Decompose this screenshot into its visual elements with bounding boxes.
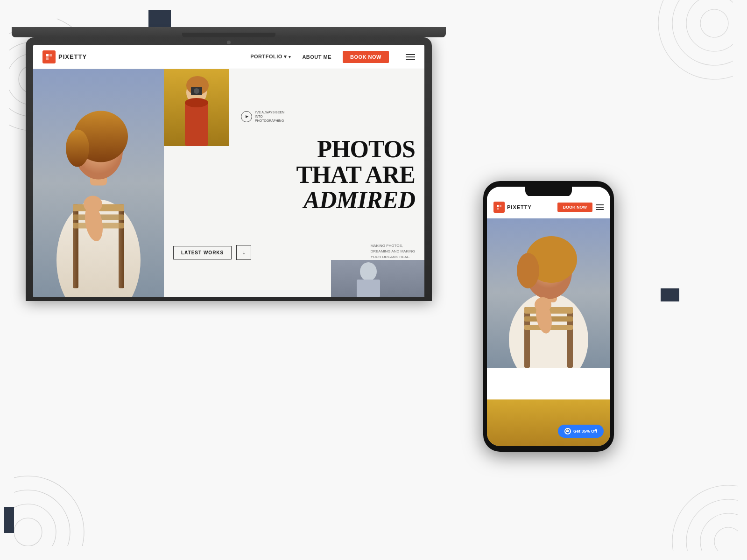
svg-point-7 <box>672 0 733 65</box>
hero-cta: LATEST WORKS ↓ <box>173 245 251 260</box>
svg-rect-19 <box>46 57 49 60</box>
laptop-frame: PIXETTY PORTFOLIO ▾ ABOUT ME BOOK NOW <box>26 37 432 301</box>
scroll-down-button[interactable]: ↓ <box>236 245 251 260</box>
svg-point-15 <box>686 499 738 551</box>
svg-rect-17 <box>46 54 49 56</box>
hero-right-panel: I'VE ALWAYS BEEN INTO PHOTOGRAPHING PHOT… <box>164 69 424 297</box>
phone-logo-text: PIXETTY <box>507 204 532 210</box>
laptop-screen: PIXETTY PORTFOLIO ▾ ABOUT ME BOOK NOW <box>33 45 424 297</box>
phone-frame: PIXETTY BOOK NOW <box>483 181 614 452</box>
hero-play-section: I'VE ALWAYS BEEN INTO PHOTOGRAPHING <box>241 110 292 123</box>
svg-point-12 <box>14 476 84 546</box>
svg-point-25 <box>66 130 89 167</box>
hero-headline: PHOTOS THAT ARE ADMIRED <box>164 137 424 213</box>
phone-screen: PIXETTY BOOK NOW <box>487 187 610 446</box>
offer-text: Get 35% Off <box>573 429 597 434</box>
site-logo: PIXETTY <box>42 50 87 63</box>
svg-rect-52 <box>524 307 530 368</box>
phone-hamburger-icon[interactable] <box>596 204 604 210</box>
svg-rect-44 <box>500 205 501 207</box>
logo-icon <box>42 50 56 63</box>
offer-icon: 💬 <box>564 428 571 434</box>
svg-rect-59 <box>487 399 610 446</box>
hero-bottom-photo <box>331 260 424 297</box>
play-button[interactable] <box>241 111 252 122</box>
nav-links: PORTFOLIO ▾ ABOUT ME BOOK NOW <box>250 51 415 63</box>
svg-point-14 <box>700 513 738 551</box>
svg-point-41 <box>360 262 377 281</box>
svg-point-16 <box>672 485 738 551</box>
subtext-line2: DREAMING AND MAKING <box>370 249 415 254</box>
svg-point-8 <box>658 0 733 79</box>
laptop-webcam <box>227 41 231 44</box>
svg-point-39 <box>194 88 199 94</box>
deco-square-top <box>148 10 171 29</box>
hero-secondary-photo <box>164 69 229 146</box>
phone-logo-icon <box>493 202 505 213</box>
svg-rect-42 <box>357 280 380 297</box>
svg-point-6 <box>686 0 733 51</box>
svg-point-5 <box>700 9 728 37</box>
svg-rect-53 <box>567 307 573 368</box>
svg-point-10 <box>14 504 56 546</box>
svg-point-11 <box>14 490 70 546</box>
phone-navigation: PIXETTY BOOK NOW <box>487 196 610 218</box>
svg-rect-43 <box>497 205 499 207</box>
deco-square-left <box>4 507 14 533</box>
book-now-button[interactable]: BOOK NOW <box>343 51 389 63</box>
hero-main-photo <box>33 69 164 297</box>
svg-point-13 <box>714 527 738 551</box>
laptop-base <box>12 27 446 37</box>
logo-text: PIXETTY <box>58 53 87 60</box>
site-navigation: PIXETTY PORTFOLIO ▾ ABOUT ME BOOK NOW <box>33 45 424 69</box>
svg-rect-45 <box>497 208 499 210</box>
svg-rect-18 <box>49 54 52 56</box>
hamburger-menu-icon[interactable] <box>406 54 415 60</box>
latest-works-button[interactable]: LATEST WORKS <box>173 246 232 259</box>
deco-circles-bottom-right <box>644 457 738 551</box>
svg-point-51 <box>517 253 539 288</box>
deco-circles-bottom-left <box>14 439 121 546</box>
deco-circles-top-right <box>602 0 733 131</box>
svg-point-32 <box>84 196 102 213</box>
phone-book-button[interactable]: BOOK NOW <box>557 203 593 212</box>
offer-badge[interactable]: 💬 Get 35% Off <box>558 425 604 438</box>
phone-bottom-photo <box>487 399 610 446</box>
phone-notch <box>525 187 572 197</box>
svg-point-37 <box>185 98 208 107</box>
nav-about[interactable]: ABOUT ME <box>302 54 331 60</box>
subtext-line3: YOUR DREAMS REAL. <box>370 254 415 260</box>
subtext-line1: MAKING PHOTOS, <box>370 243 415 249</box>
svg-point-58 <box>535 297 551 312</box>
deco-square-mid-right <box>661 288 679 301</box>
headline-text: PHOTOS THAT ARE ADMIRED <box>173 137 415 213</box>
hero-subtext: MAKING PHOTOS, DREAMING AND MAKING YOUR … <box>370 243 415 260</box>
hero-section: I'VE ALWAYS BEEN INTO PHOTOGRAPHING PHOT… <box>33 69 424 297</box>
nav-portfolio[interactable]: PORTFOLIO ▾ <box>250 54 291 60</box>
svg-point-9 <box>14 518 42 546</box>
play-text: I'VE ALWAYS BEEN INTO PHOTOGRAPHING <box>255 110 292 123</box>
phone-hero-photo <box>487 218 610 368</box>
